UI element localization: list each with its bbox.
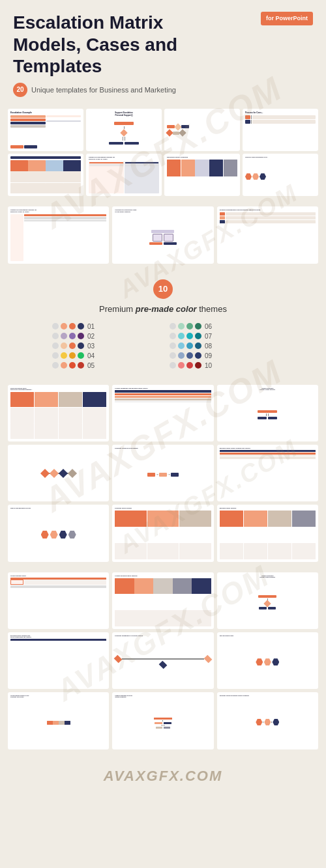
third-preview-grid: Product Escalation MatrixProcess for Con… [0,380,326,567]
color-dot [195,362,201,369]
color-dot [78,352,84,359]
color-dot [61,333,67,339]
preview-card-2: Support EscalationPersonal Support() [86,109,162,151]
color-dot [186,352,193,359]
powerpoint-badge: for PowerPoint [261,12,313,25]
preview-card-18: Step-by-step Escalation Process [8,505,109,561]
color-dot [61,362,67,369]
color-dot [195,343,201,349]
color-theme-num: 02 [87,333,95,340]
color-dot [78,362,84,369]
color-dot [195,333,201,339]
preview-card-27: The Escalation Process in theCustomer Ca… [8,692,109,749]
color-dot [178,362,185,369]
header: for PowerPoint Escalation MatrixModels, … [0,0,326,104]
color-dot [195,352,201,359]
preview-grid-top: AVAXGFX.COM Escalation Example [0,104,326,202]
preview-card-19: Escalation Matrix Template [112,505,213,561]
color-theme-num: 06 [205,323,212,330]
preview-card-4: Process for Cons... [243,109,318,151]
color-dot [178,343,185,349]
color-dot [186,333,193,339]
preview-card-6: Support for Escalation Models forDiffere… [86,154,162,196]
color-theme-09: 09 [170,352,274,359]
color-dot [78,323,84,329]
color-dot [178,323,185,329]
color-count-badge: 10 [153,279,173,299]
preview-card-15 [8,445,109,501]
color-theme-num: 08 [205,343,212,350]
color-theme-05: 05 [52,362,156,369]
color-dot [170,343,176,349]
fourth-preview-grid: Outage Escalation Matrix Probl [0,567,326,755]
preview-card-26: Case Escalation Paths [217,632,318,689]
preview-card-13: Problem Management and Escalation Matrix… [112,385,213,441]
preview-card-29: Customer Service Escalation Process Temp… [217,692,318,749]
color-themes-grid: 01 06 02 07 03 [52,323,274,369]
subtitle-row: 20 Unique templates for Business and Mar… [13,83,313,97]
preview-card-9: Support for Escalation Models forDiffere… [8,206,109,263]
color-dot [61,352,67,359]
color-dot [69,362,76,369]
color-dot [170,362,176,369]
preview-card-16: Escalation Support Process Example [112,445,213,501]
color-theme-num: 01 [87,323,95,330]
preview-grid-third: AVAXGFX.COM AVAXGFX.COM Product Escalati… [0,380,326,567]
preview-card-5 [8,154,83,196]
color-theme-02: 02 [52,333,156,340]
preview-card-21: Outage Escalation Matrix [8,572,109,629]
color-theme-08: 08 [170,343,274,350]
color-dot [69,323,76,329]
preview-card-28: Support Escalation Process(Simple Templa… [112,692,213,749]
preview-grid-second: AVAXGFX.COM Support for Escalation Model… [0,201,326,268]
preview-card-7: Escalation Matrix Template [164,154,240,196]
color-section-title: Premium pre-made color themes [13,304,313,314]
color-theme-06: 06 [170,323,274,330]
preview-card-23: Support EscalationProcess (offline suppo… [217,572,318,629]
color-theme-num: 04 [87,352,95,359]
color-theme-04: 04 [52,352,156,359]
preview-card-24: Escalation Matrix Template withPerson Re… [8,632,109,689]
color-dot [52,362,59,369]
preview-card-10: Creating an Escalation Pathof Personal S… [112,206,213,263]
color-dot [178,352,185,359]
color-dot [195,323,201,329]
subtitle-text: Unique templates for Business and Market… [31,86,176,94]
preview-card-3 [164,109,240,151]
color-dot [52,343,59,349]
count-badge: 20 [13,83,27,97]
color-dot [61,343,67,349]
preview-card-8: Step-by-step Escalation Pro... [243,154,318,196]
preview-card-12: Product Escalation MatrixProcess for Con… [8,385,109,441]
color-theme-07: 07 [170,333,274,340]
color-dot [170,333,176,339]
color-themes-section: 10 Premium pre-made color themes 01 06 0… [0,269,326,380]
preview-card-17: Escalation Matrix Process Template with … [217,445,318,501]
color-dot [52,352,59,359]
color-dot [61,323,67,329]
preview-grid-fourth: AVAXGFX.COM Outage Escalation Matrix [0,567,326,755]
preview-card-22: Problem Escalation Matrix Template [112,572,213,629]
preview-card-25: Escalation Management in Customer Servic… [112,632,213,689]
color-theme-num: 09 [205,352,212,359]
top-preview-grid: Escalation Example [0,104,326,202]
second-preview-grid: Support for Escalation Models forDiffere… [0,201,326,268]
color-theme-num: 05 [87,362,95,369]
page-title: Escalation MatrixModels, Cases and Templ… [13,12,235,77]
color-dot [52,323,59,329]
color-dot [186,323,193,329]
color-dot [186,362,193,369]
color-dot [78,333,84,339]
color-dot [69,333,76,339]
color-theme-num: 03 [87,343,95,350]
preview-card-1: Escalation Example [8,109,83,151]
color-dot [52,333,59,339]
color-theme-03: 03 [52,343,156,350]
bottom-logo: AVAXGFX.COM [0,755,326,795]
color-theme-01: 01 [52,323,156,330]
preview-card-11: Problem Management and Escalation Matrix… [217,206,318,263]
color-dot [178,333,185,339]
color-theme-10: 10 [170,362,274,369]
color-dot [170,323,176,329]
color-dot [186,343,193,349]
